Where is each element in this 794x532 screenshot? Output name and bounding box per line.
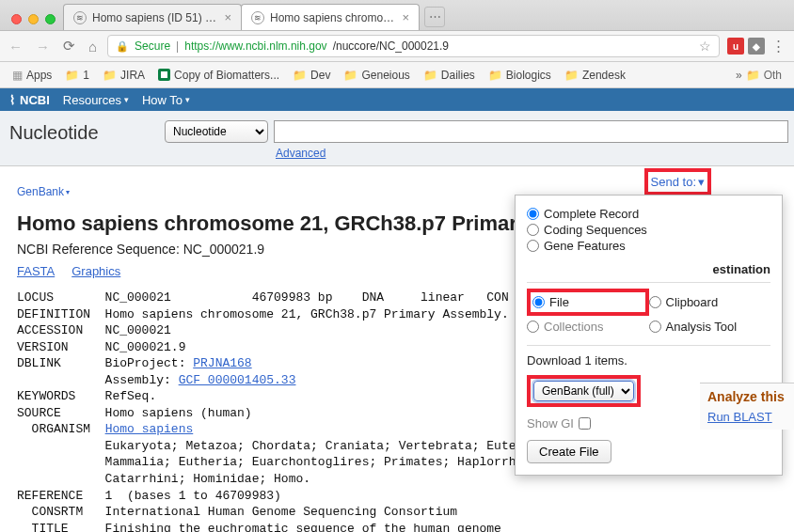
destination-file[interactable]: File	[532, 295, 643, 309]
bookmark-label: Dailies	[441, 69, 475, 82]
bookmark-jira[interactable]: 📁JIRA	[98, 67, 150, 84]
reload-button[interactable]: ⟳	[60, 38, 78, 55]
url-host: https://www.ncbi.nlm.nih.gov	[184, 39, 326, 53]
run-blast-link[interactable]: Run BLAST	[707, 410, 788, 424]
zoom-window-icon[interactable]	[45, 14, 56, 24]
record-scope-gene[interactable]: Gene Features	[527, 239, 770, 253]
title-line: TITLE Finishing the euchromatic sequence…	[17, 522, 501, 532]
show-gi-checkbox[interactable]	[579, 417, 591, 430]
advanced-search-link[interactable]: Advanced	[276, 143, 326, 160]
send-to-dropdown[interactable]: Send to:▾	[651, 175, 705, 189]
howto-menu[interactable]: How To▾	[142, 93, 190, 107]
bookmark-label: Oth	[764, 69, 782, 82]
send-to-popup: Complete Record Coding Sequences Gene Fe…	[515, 195, 783, 476]
window-controls[interactable]	[8, 14, 63, 30]
search-area: Nucleotide Nucleotide Advanced	[0, 111, 794, 166]
destination-collections[interactable]: Collections	[527, 320, 649, 334]
divider	[527, 282, 770, 283]
browser-chrome: ≋ Homo sapiens (ID 51) - Genom × ≋ Homo …	[0, 0, 794, 88]
bookmark-folder-1[interactable]: 📁1	[60, 67, 94, 84]
database-select[interactable]: Nucleotide	[165, 120, 268, 143]
bookmark-copy-biomatters[interactable]: Copy of Biomatters...	[153, 67, 284, 84]
back-button[interactable]: ←	[6, 39, 25, 55]
bookmark-dailies[interactable]: 📁Dailies	[419, 67, 480, 84]
bookmark-biologics[interactable]: 📁Biologics	[484, 67, 556, 84]
destination-analysis[interactable]: Analysis Tool	[649, 320, 771, 334]
radio-analysis-tool[interactable]	[649, 321, 661, 333]
bookmark-label: Dev	[310, 69, 330, 82]
minimize-window-icon[interactable]	[28, 14, 39, 24]
dblink-line: DBLINK BioProject:	[17, 356, 193, 370]
forward-button[interactable]: →	[33, 39, 53, 55]
menu-icon[interactable]: ⋮	[769, 38, 788, 55]
record-scope-coding[interactable]: Coding Sequences	[527, 223, 770, 237]
lineage-line: Eukaryota; Metazoa; Chordata; Craniata; …	[17, 439, 516, 453]
create-file-button[interactable]: Create File	[527, 440, 611, 463]
lock-icon: 🔒	[116, 40, 129, 53]
destination-clipboard[interactable]: Clipboard	[649, 290, 771, 314]
chevron-down-icon: ▾	[185, 95, 190, 104]
content-area: GenBank▾ Send to:▾ Complete Record Codin…	[0, 166, 794, 532]
url-input[interactable]: 🔒 Secure | https://www.ncbi.nlm.nih.gov/…	[107, 35, 720, 57]
lineage-line: Catarrhini; Hominidae; Homo.	[17, 472, 310, 486]
bookmark-star-icon[interactable]: ☆	[699, 39, 711, 54]
tab-favicon-icon: ≋	[73, 11, 87, 24]
graphics-link[interactable]: Graphics	[71, 264, 120, 278]
bookmark-label: JIRA	[120, 69, 145, 82]
bookmark-label: 1	[83, 69, 89, 82]
record-scope-complete[interactable]: Complete Record	[527, 207, 770, 221]
radio-label: File	[549, 295, 569, 309]
resources-menu[interactable]: Resources▾	[63, 93, 129, 107]
new-tab-button[interactable]: ⋯	[424, 7, 445, 27]
extension-ublock-icon[interactable]: u	[727, 38, 744, 55]
folder-icon: 📁	[746, 69, 760, 82]
bookmark-label: Apps	[26, 69, 52, 82]
browser-tab-2[interactable]: ≋ Homo sapiens chromosome 21 ×	[241, 4, 420, 30]
bookmark-geneious[interactable]: 📁Geneious	[339, 67, 414, 84]
folder-icon: 📁	[564, 69, 579, 82]
folder-icon: 📁	[293, 69, 307, 82]
bookmark-zendesk[interactable]: 📁Zendesk	[560, 67, 630, 84]
ncbi-logo[interactable]: ⌇ NCBI	[9, 93, 50, 107]
bookmark-label: Zendesk	[582, 69, 626, 82]
radio-label: Gene Features	[544, 239, 626, 253]
extension-icon[interactable]: ◆	[748, 38, 765, 55]
assembly-link[interactable]: GCF_000001405.33	[179, 373, 296, 387]
search-input[interactable]	[274, 120, 788, 143]
assembly-line: Assembly:	[17, 373, 179, 387]
bookmarks-overflow[interactable]: » 📁Oth	[731, 67, 786, 84]
bookmark-dev[interactable]: 📁Dev	[288, 67, 335, 84]
radio-collections[interactable]	[527, 321, 539, 333]
bookmarks-bar: ▦Apps 📁1 📁JIRA Copy of Biomatters... 📁De…	[0, 62, 794, 88]
radio-file[interactable]	[532, 296, 545, 308]
tab-label: Homo sapiens chromosome 21	[270, 11, 396, 24]
bookmark-apps[interactable]: ▦Apps	[8, 67, 56, 84]
show-gi-label: Show GI	[527, 416, 574, 430]
bioproject-link[interactable]: PRJNA168	[193, 356, 251, 370]
tab-close-icon[interactable]: ×	[224, 10, 231, 24]
radio-coding-sequences[interactable]	[527, 224, 539, 236]
locus-line: LOCUS NC_000021 46709983 bp DNA linear C…	[17, 290, 509, 305]
browser-tab-1[interactable]: ≋ Homo sapiens (ID 51) - Genom ×	[63, 4, 242, 30]
tab-close-icon[interactable]: ×	[402, 10, 409, 24]
bookmark-label: Copy of Biomatters...	[174, 69, 279, 82]
radio-complete-record[interactable]	[527, 208, 539, 220]
menu-label: Resources	[63, 93, 121, 107]
radio-label: Coding Sequences	[544, 223, 647, 237]
folder-icon: 📁	[103, 69, 117, 82]
display-format-dropdown[interactable]: GenBank▾	[17, 185, 70, 198]
send-to-label: Send to:	[651, 175, 696, 189]
reference-line: REFERENCE 1 (bases 1 to 46709983)	[17, 489, 281, 503]
divider	[527, 345, 770, 346]
apps-grid-icon: ▦	[12, 69, 23, 82]
bookmark-label: Biologics	[506, 69, 551, 82]
fasta-link[interactable]: FASTA	[17, 264, 55, 278]
format-select[interactable]: GenBank (full)	[533, 381, 634, 401]
database-title: Nucleotide	[9, 120, 165, 144]
home-button[interactable]: ⌂	[86, 39, 100, 55]
radio-clipboard[interactable]	[649, 296, 661, 308]
format-select-highlight: GenBank (full)	[527, 375, 641, 407]
organism-link[interactable]: Homo sapiens	[105, 422, 194, 436]
radio-gene-features[interactable]	[527, 240, 539, 252]
close-window-icon[interactable]	[11, 14, 22, 24]
